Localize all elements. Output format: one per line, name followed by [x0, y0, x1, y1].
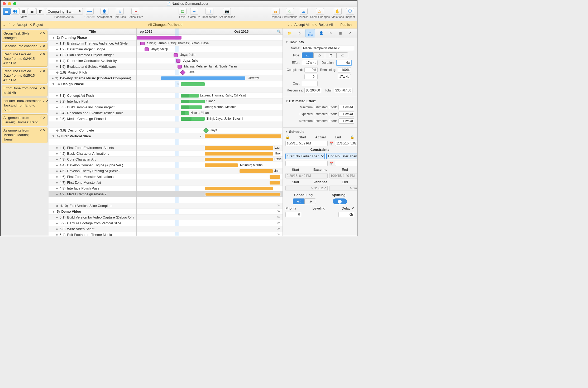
outline-row[interactable]: ●4.9)Media Campaign Phase 2 — [49, 191, 136, 197]
priority-field[interactable] — [285, 212, 301, 217]
accept-icon[interactable]: ✓ — [39, 128, 42, 132]
gantt-row[interactable] — [137, 87, 283, 93]
gantt-row[interactable]: Rafic — [137, 157, 283, 162]
change-card[interactable]: Resource Leveled Date from to 9/24/15, 4… — [2, 51, 47, 67]
gantt-row[interactable]: Jaya — [137, 128, 283, 133]
catch-up-button[interactable]: ⇥ — [190, 8, 198, 15]
outline-row[interactable]: ●3.4)Research and Evaluate Testing Tools — [49, 110, 136, 116]
scheduling-segment[interactable]: ≪≫ — [293, 198, 316, 204]
gantt-row[interactable] — [137, 191, 283, 197]
outline-row[interactable]: ●4.8)Interface Polish Pass — [49, 186, 136, 191]
reject-icon[interactable]: ✕ — [46, 99, 49, 103]
outline-row[interactable]: ●4.2)Basic Character Animations — [49, 151, 136, 157]
outline-row[interactable]: ●5.4)Edit Footage to Theme Music — [49, 232, 136, 236]
outline-row[interactable]: ●3.3)Build Sample In-Engine Project — [49, 104, 136, 110]
accept-icon[interactable]: ✓ — [39, 116, 42, 120]
minimize-dot[interactable] — [8, 2, 11, 5]
reject-icon[interactable]: ✕ — [43, 116, 46, 120]
accept-icon[interactable]: ✓ — [39, 31, 42, 35]
gantt-row[interactable]: ≫ — [137, 209, 283, 215]
clear-delay-icon[interactable]: ✕ — [351, 206, 354, 210]
change-card[interactable]: Baseline Info changed✓✕ — [2, 43, 47, 50]
gantt-row[interactable] — [137, 35, 283, 41]
gantt-row[interactable]: ≫ — [137, 203, 283, 209]
outline-row[interactable]: ●4.1)First Zone Environment Assets — [49, 145, 136, 151]
outline-row[interactable] — [49, 122, 136, 128]
outline-row[interactable]: ●5.3)Write Video Script — [49, 226, 136, 232]
view-styles-button[interactable]: ◧ — [36, 8, 44, 15]
view-network-button[interactable]: ⚏ — [28, 8, 36, 15]
calendar-icon[interactable]: 📅 — [329, 142, 333, 146]
reject-icon[interactable]: ✕ — [43, 69, 46, 73]
outline-row[interactable]: ●3.1)Concept Art Push — [49, 93, 136, 99]
show-changes-button[interactable]: ⚠ — [316, 8, 324, 15]
gantt-row[interactable]: Jaya; Shinji — [137, 46, 283, 52]
gantt-row[interactable]: ▼ — [137, 81, 283, 87]
view-resources-button[interactable]: 👥 — [11, 8, 19, 15]
remaining-field[interactable] — [338, 67, 351, 72]
inspector-tab-resource[interactable]: 👤 — [318, 30, 324, 36]
outline-row[interactable]: ●4.3)Core Character Art — [49, 157, 136, 162]
effort-field[interactable] — [302, 60, 318, 65]
gantt-chart[interactable]: ep 2015 Oct 2015 🔍 Shinji; Lauren; Rafiq… — [137, 28, 283, 236]
accept-icon[interactable]: ✓ — [39, 69, 42, 73]
inspector-tab-grid[interactable]: ▦ — [337, 30, 344, 36]
gantt-row[interactable]: Simon — [137, 99, 283, 104]
gantt-row[interactable]: ≫ — [137, 226, 283, 232]
change-card[interactable]: Effort Done from none to 1d 4h✓✕ — [2, 85, 47, 96]
name-field[interactable] — [302, 46, 354, 51]
up-arrow-icon[interactable]: ⌃ — [8, 23, 11, 27]
gantt-row[interactable]: Marina; Melanie; Jamal; Nicole; Yisan — [137, 64, 283, 70]
cost-field[interactable] — [302, 81, 318, 86]
assignment-button[interactable]: 👤 — [101, 8, 108, 15]
constraint-start-select[interactable]: Start No Earlier Than — [285, 153, 325, 159]
reject-icon[interactable]: ✕ — [43, 31, 46, 35]
inspector-tab-folder[interactable]: 📁 — [286, 30, 293, 36]
critical-path-button[interactable]: ⤳ — [131, 8, 139, 15]
outline-row[interactable]: ◆1.6)Project Pitch — [49, 70, 136, 75]
outline-row[interactable]: ▼1)Planning Phase — [49, 35, 136, 41]
gantt-row[interactable]: Jam — [137, 168, 283, 174]
gantt-row[interactable]: ≫ — [137, 215, 283, 220]
gantt-row[interactable]: Jamal; Marina; Melanie — [137, 104, 283, 110]
outline-row[interactable]: ●4.6)First Zone Monster Animations — [49, 174, 136, 180]
gantt-row[interactable]: Jaya; Julie — [137, 58, 283, 64]
gantt-row[interactable]: Thor — [137, 151, 283, 157]
outline-row[interactable]: ▼3)Design Phase — [49, 81, 136, 87]
gantt-row[interactable]: Nicole; Yisan — [137, 110, 283, 116]
publish-link[interactable]: Publish — [337, 23, 355, 27]
reject-button[interactable]: ✕ Reject — [29, 23, 43, 27]
outline-row[interactable]: ●3.5)Media Campaign Phase 1 — [49, 116, 136, 122]
constraint-start-date[interactable] — [285, 161, 328, 166]
delay-field[interactable] — [338, 212, 354, 217]
outline-row[interactable]: ●4.7)First Zone Monster Art — [49, 180, 136, 186]
outline-row[interactable]: ●5.2)Capture Footage from Vertical Slice — [49, 220, 136, 226]
gantt-row[interactable] — [137, 186, 283, 191]
gantt-row[interactable]: ▼ — [137, 133, 283, 139]
reject-all-button[interactable]: ✕✕ Reject All — [312, 23, 333, 27]
outline-row[interactable]: ●3.2)Interface Push — [49, 99, 136, 104]
reports-button[interactable]: ☷ — [272, 8, 280, 15]
publish-button[interactable]: ☁ — [300, 8, 308, 15]
connect-button[interactable]: ⟶ — [86, 8, 94, 15]
gantt-row[interactable]: Jeremy — [137, 75, 283, 81]
gantt-row[interactable]: Melanie; Marina — [137, 162, 283, 168]
outline-row[interactable]: ●5.1)Build Version for Video Capture (De… — [49, 215, 136, 220]
constraint-end-select[interactable]: End No Later Than — [326, 153, 357, 159]
outline-row[interactable]: ●2)Develop Theme Music (Contract Compose… — [49, 75, 136, 81]
outline-row[interactable]: ●1.1)Brainstorm Themes, Audience, Art St… — [49, 41, 136, 46]
gantt-row[interactable] — [137, 197, 283, 203]
close-dot[interactable] — [3, 2, 6, 5]
exp-effort-field[interactable] — [338, 111, 354, 117]
dur-total-field[interactable] — [338, 74, 351, 79]
max-effort-field[interactable] — [338, 118, 354, 124]
outline-row[interactable] — [49, 87, 136, 93]
actual-end-field[interactable] — [335, 141, 357, 146]
accept-icon[interactable]: ✓ — [39, 44, 42, 48]
accept-icon[interactable]: ✓ — [42, 99, 45, 103]
outline-row[interactable]: ◆4.10)First Vertical Slice Complete — [49, 203, 136, 209]
inspector-tab-task[interactable]: ≡Task — [305, 29, 315, 37]
zoom-dot[interactable] — [13, 2, 16, 5]
outline-row[interactable]: ●4.5)Develop Enemy Pathing AI (Basic) — [49, 168, 136, 174]
outline-row[interactable]: ▼5)Demo Video — [49, 209, 136, 215]
